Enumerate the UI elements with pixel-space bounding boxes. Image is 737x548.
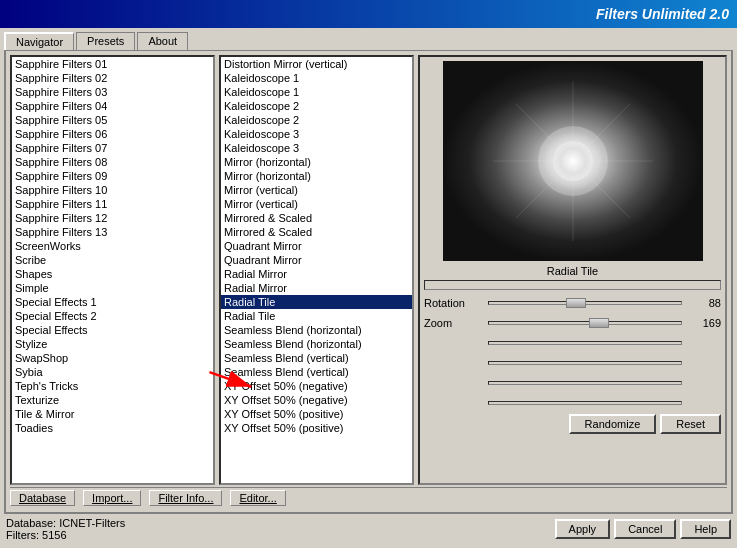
help-button[interactable]: Help (680, 519, 731, 539)
right-list-item[interactable]: Seamless Blend (horizontal) (221, 337, 412, 351)
right-list-scroll[interactable]: Distortion Mirror (vertical)Kaleidoscope… (221, 57, 412, 483)
preview-image (443, 61, 703, 261)
filters-value: 5156 (42, 529, 66, 541)
apply-button[interactable]: Apply (555, 519, 611, 539)
slider-thumb[interactable] (589, 318, 609, 328)
left-list-item[interactable]: Shapes (12, 267, 213, 281)
toolbar-left: Database Import... Filter Info... Editor… (10, 490, 286, 506)
sliders-area: Rotation88Zoom169 (424, 294, 721, 412)
slider-row (424, 394, 721, 412)
left-list-item[interactable]: Sapphire Filters 09 (12, 169, 213, 183)
preview-label: Radial Tile (547, 265, 598, 277)
left-list-item[interactable]: Scribe (12, 253, 213, 267)
right-list-item[interactable]: Radial Mirror (221, 267, 412, 281)
slider-thumb[interactable] (566, 298, 586, 308)
right-list-item[interactable]: Mirrored & Scaled (221, 225, 412, 239)
left-list-item[interactable]: Sybia (12, 365, 213, 379)
tab-navigator[interactable]: Navigator (4, 32, 74, 50)
right-list-item[interactable]: Kaleidoscope 1 (221, 71, 412, 85)
right-list-item[interactable]: Seamless Blend (vertical) (221, 365, 412, 379)
filters-label: Filters: (6, 529, 39, 541)
right-list-item[interactable]: Radial Tile (221, 295, 412, 309)
right-list-item[interactable]: Radial Tile (221, 309, 412, 323)
right-list-panel: Distortion Mirror (vertical)Kaleidoscope… (219, 55, 414, 485)
slider-label: Rotation (424, 297, 484, 309)
left-list-item[interactable]: Sapphire Filters 02 (12, 71, 213, 85)
right-list-item[interactable]: Distortion Mirror (vertical) (221, 57, 412, 71)
left-list-item[interactable]: Sapphire Filters 03 (12, 85, 213, 99)
slider-track-empty (488, 341, 682, 345)
slider-track-empty (488, 401, 682, 405)
slider-row: Rotation88 (424, 294, 721, 312)
left-list-item[interactable]: Sapphire Filters 07 (12, 141, 213, 155)
right-list-item[interactable]: Mirror (horizontal) (221, 169, 412, 183)
right-list-item[interactable]: Radial Mirror (221, 281, 412, 295)
left-list-item[interactable]: Special Effects 2 (12, 309, 213, 323)
right-list-item[interactable]: XY Offset 50% (positive) (221, 407, 412, 421)
preview-svg (443, 61, 703, 261)
title-bar: Filters Unlimited 2.0 (0, 0, 737, 28)
left-list-item[interactable]: Sapphire Filters 01 (12, 57, 213, 71)
left-list-item[interactable]: Texturize (12, 393, 213, 407)
right-list-item[interactable]: Mirror (vertical) (221, 183, 412, 197)
right-list-item[interactable]: Seamless Blend (horizontal) (221, 323, 412, 337)
content-panel: Sapphire Filters 01Sapphire Filters 02Sa… (4, 50, 733, 514)
import-button[interactable]: Import... (83, 490, 141, 506)
left-list-item[interactable]: Special Effects 1 (12, 295, 213, 309)
cancel-button[interactable]: Cancel (614, 519, 676, 539)
left-list-item[interactable]: Sapphire Filters 08 (12, 155, 213, 169)
svg-point-7 (553, 141, 593, 181)
right-list-item[interactable]: Quadrant Mirror (221, 239, 412, 253)
left-list-item[interactable]: Toadies (12, 421, 213, 435)
database-button[interactable]: Database (10, 490, 75, 506)
slider-track[interactable] (488, 321, 682, 325)
right-list-item[interactable]: Kaleidoscope 2 (221, 99, 412, 113)
left-list-scroll[interactable]: Sapphire Filters 01Sapphire Filters 02Sa… (12, 57, 213, 483)
left-list-item[interactable]: Sapphire Filters 13 (12, 225, 213, 239)
bottom-right-buttons: Randomize Reset (424, 412, 721, 436)
action-buttons: Apply Cancel Help (555, 519, 731, 539)
right-list-item[interactable]: Kaleidoscope 1 (221, 85, 412, 99)
right-list-item[interactable]: Kaleidoscope 2 (221, 113, 412, 127)
right-list-item[interactable]: Mirrored & Scaled (221, 211, 412, 225)
right-list-item[interactable]: XY Offset 50% (negative) (221, 393, 412, 407)
database-value: ICNET-Filters (59, 517, 125, 529)
preview-progress-bar (424, 280, 721, 290)
editor-button[interactable]: Editor... (230, 490, 285, 506)
slider-track[interactable] (488, 301, 682, 305)
right-list-item[interactable]: Mirror (vertical) (221, 197, 412, 211)
right-list-item[interactable]: XY Offset 50% (negative) (221, 379, 412, 393)
reset-button[interactable]: Reset (660, 414, 721, 434)
left-list-item[interactable]: Sapphire Filters 11 (12, 197, 213, 211)
filter-info-button[interactable]: Filter Info... (149, 490, 222, 506)
left-list-item[interactable]: Sapphire Filters 12 (12, 211, 213, 225)
left-list-item[interactable]: SwapShop (12, 351, 213, 365)
right-list-item[interactable]: Quadrant Mirror (221, 253, 412, 267)
slider-track-empty (488, 361, 682, 365)
main-container: Navigator Presets About Sapphire Filters… (0, 28, 737, 548)
filters-status: Filters: 5156 (6, 529, 125, 541)
left-list-item[interactable]: Sapphire Filters 04 (12, 99, 213, 113)
bottom-toolbar: Database Import... Filter Info... Editor… (10, 487, 727, 508)
left-list-item[interactable]: Tile & Mirror (12, 407, 213, 421)
randomize-button[interactable]: Randomize (569, 414, 657, 434)
left-list-item[interactable]: Sapphire Filters 06 (12, 127, 213, 141)
left-list-item[interactable]: Simple (12, 281, 213, 295)
right-list-item[interactable]: Mirror (horizontal) (221, 155, 412, 169)
left-list-item[interactable]: Sapphire Filters 10 (12, 183, 213, 197)
right-list-item[interactable]: Seamless Blend (vertical) (221, 351, 412, 365)
right-list-item[interactable]: Kaleidoscope 3 (221, 141, 412, 155)
database-status: Database: ICNET-Filters (6, 517, 125, 529)
left-list-item[interactable]: Sapphire Filters 05 (12, 113, 213, 127)
lists-wrapper: Sapphire Filters 01Sapphire Filters 02Sa… (10, 55, 727, 485)
right-list-item[interactable]: XY Offset 50% (positive) (221, 421, 412, 435)
tab-presets[interactable]: Presets (76, 32, 135, 50)
right-list-item[interactable]: Kaleidoscope 3 (221, 127, 412, 141)
tab-about[interactable]: About (137, 32, 188, 50)
status-bar: Database: ICNET-Filters Filters: 5156 Ap… (4, 514, 733, 544)
left-list-item[interactable]: Stylize (12, 337, 213, 351)
left-list-item[interactable]: Special Effects (12, 323, 213, 337)
left-list-item[interactable]: Teph's Tricks (12, 379, 213, 393)
right-panel: Radial Tile Rotation88Zoom169 Randomize … (418, 55, 727, 485)
left-list-item[interactable]: ScreenWorks (12, 239, 213, 253)
